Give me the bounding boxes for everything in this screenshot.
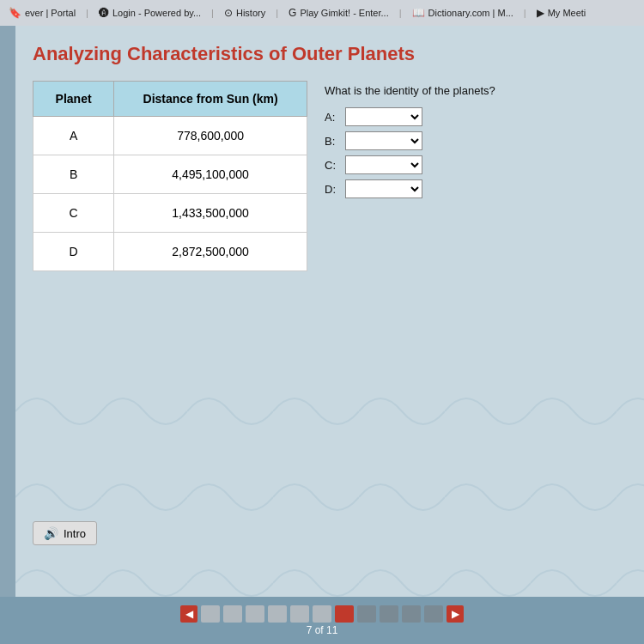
planet-cell: A [33,117,114,155]
nav-next-button[interactable]: ▶ [447,605,464,623]
distance-cell: 1,433,500,000 [114,194,307,233]
tab-dictionary[interactable]: 📖 Dictionary.com | M... [407,5,519,21]
nav-dot-4[interactable] [268,605,287,623]
ever-portal-icon: 🔖 [9,7,21,19]
nav-prev-button[interactable]: ◀ [180,605,197,623]
dropdown-row-c: C: JupiterSaturnUranusNeptune [325,155,495,174]
nav-dot-11[interactable] [424,605,443,623]
bottom-controls: 🔊 Intro [33,521,97,545]
tab-meetings[interactable]: ▶ My Meeti [532,5,592,21]
browser-tab-bar: 🔖 ever | Portal | 🅐 Login - Powered by..… [0,0,644,26]
distance-cell: 2,872,500,000 [114,233,307,271]
distance-cell: 778,600,000 [114,117,307,155]
dropdown-row-a: A: JupiterSaturnUranusNeptune [325,107,495,126]
login-icon: 🅐 [99,7,109,19]
page-indicator: 7 of 11 [307,624,338,636]
tab-ever-portal-label: ever | Portal [25,8,76,18]
left-sidebar [0,26,15,597]
distance-cell: 4,495,100,000 [114,155,307,194]
tab-login-label: Login - Powered by... [112,8,201,18]
nav-dot-3[interactable] [246,605,264,623]
content-panel: Analyzing Characteristics of Outer Plane… [15,26,644,597]
dropdown-row-d: D: JupiterSaturnUranusNeptune [325,179,495,198]
planets-table: Planet Distance from Sun (km) A 778,600,… [33,81,307,271]
tab-history[interactable]: ⊙ History [219,5,270,21]
table-row: A 778,600,000 [33,117,307,155]
tab-meetings-label: My Meeti [548,8,586,18]
nav-dot-2[interactable] [223,605,242,623]
tab-dictionary-label: Dictionary.com | M... [428,8,513,18]
nav-dots-row: ◀ ▶ [180,605,464,623]
page-title: Analyzing Characteristics of Outer Plane… [33,43,627,65]
dropdown-label-b: B: [325,135,340,148]
table-header-planet: Planet [33,82,114,117]
intro-button[interactable]: 🔊 Intro [33,521,97,545]
planet-cell: D [33,233,114,271]
nav-dot-8[interactable] [357,605,376,623]
meetings-icon: ▶ [537,7,544,19]
table-row: D 2,872,500,000 [33,233,307,271]
table-row: B 4,495,100,000 [33,155,307,194]
table-row: C 1,433,500,000 [33,194,307,233]
dropdown-label-c: C: [325,159,340,172]
main-area: Analyzing Characteristics of Outer Plane… [0,26,644,597]
tab-gimkit[interactable]: G Play Gimkit! - Enter... [283,5,394,21]
nav-dot-7[interactable] [335,605,354,623]
dictionary-icon: 📖 [412,7,425,19]
tab-gimkit-label: Play Gimkit! - Enter... [300,8,388,18]
tab-login[interactable]: 🅐 Login - Powered by... [94,5,206,21]
speaker-icon: 🔊 [44,526,58,540]
tab-history-label: History [236,8,265,18]
dropdown-row-b: B: JupiterSaturnUranusNeptune [325,131,495,150]
planet-cell: C [33,194,114,233]
right-panel: What is the identity of the planets? A: … [325,81,495,198]
dropdown-c[interactable]: JupiterSaturnUranusNeptune [345,155,422,174]
nav-dot-9[interactable] [380,605,398,623]
nav-dot-6[interactable] [313,605,331,623]
gimkit-icon: G [289,7,296,19]
question-area: Planet Distance from Sun (km) A 778,600,… [33,81,627,271]
dropdown-b[interactable]: JupiterSaturnUranusNeptune [345,131,422,150]
tab-ever-portal[interactable]: 🔖 ever | Portal [3,5,81,21]
planet-cell: B [33,155,114,194]
nav-dot-5[interactable] [290,605,309,623]
dropdown-d[interactable]: JupiterSaturnUranusNeptune [345,179,422,198]
dropdown-label-d: D: [325,183,340,196]
question-text: What is the identity of the planets? [325,84,495,97]
table-header-distance: Distance from Sun (km) [114,82,307,117]
history-icon: ⊙ [224,7,233,19]
nav-bar: ◀ ▶ 7 of 11 [0,597,644,644]
nav-dot-1[interactable] [201,605,220,623]
intro-button-label: Intro [64,527,86,540]
nav-dot-10[interactable] [402,605,421,623]
dropdown-label-a: A: [325,111,340,124]
dropdown-a[interactable]: JupiterSaturnUranusNeptune [345,107,422,126]
